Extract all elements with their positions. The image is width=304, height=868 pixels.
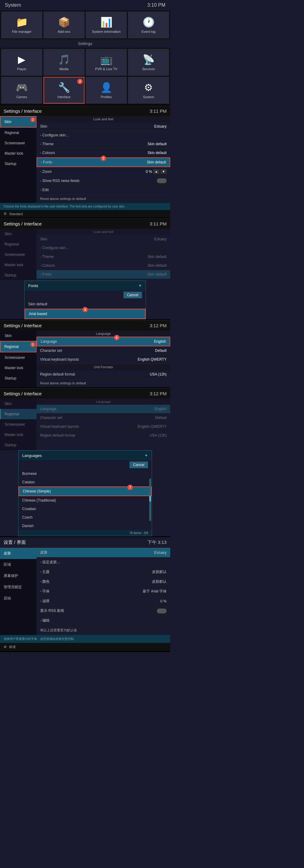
- tile-add-ons[interactable]: 📦 Add-ons: [43, 11, 85, 38]
- scrollbar[interactable]: [149, 478, 151, 521]
- lang-chinese-trad[interactable]: Chinese (Traditional): [19, 496, 152, 505]
- setting-rss-row[interactable]: - Show RSS news feeds: [36, 176, 170, 186]
- settings-label: Settings: [0, 39, 170, 48]
- zoom-controls[interactable]: 0 % ▲ ▼: [146, 169, 167, 174]
- event-log-icon: 🕐: [143, 17, 155, 28]
- tile-media-label: Media: [60, 67, 69, 71]
- lang-count: 76 Items - 2/9: [19, 530, 152, 536]
- tile-player[interactable]: ▶ Player: [1, 49, 42, 76]
- zh-setting-colour[interactable]: - 颜色 皮肤默认: [36, 577, 170, 587]
- sidebar-quyu[interactable]: 区域: [0, 559, 36, 570]
- tile-services[interactable]: 📡 Services: [128, 49, 169, 76]
- sidebar-item-skin[interactable]: Skin 2: [0, 116, 36, 128]
- s3-skin-row: SkinEstuary: [36, 235, 170, 244]
- tile-event-log[interactable]: 🕐 Event log: [128, 11, 169, 38]
- rss-toggle[interactable]: [157, 178, 166, 183]
- setting-zoom-row[interactable]: - Zoom 0 % ▲ ▼: [36, 167, 170, 176]
- tile-system-info[interactable]: 📊 System information: [86, 11, 127, 38]
- sidebar-item-skin-4[interactable]: Skin: [0, 331, 36, 341]
- sidebar-qidong[interactable]: 启动: [0, 593, 36, 604]
- chinese-clock: 下午 3:13: [147, 539, 166, 545]
- sidebar-item-startup-2[interactable]: Startup: [0, 159, 36, 169]
- system-tiles-grid: 📁 File manager 📦 Add-ons 📊 System inform…: [0, 10, 170, 39]
- zoom-up-btn[interactable]: ▲: [153, 169, 159, 174]
- group-title-2: Look and feel: [36, 116, 170, 122]
- sidebar-3: Skin Regional Screensaver Master lock St…: [0, 229, 36, 280]
- clock-3: 3:11 PM: [150, 221, 166, 226]
- setting-skin-row[interactable]: Skin Estuary: [36, 122, 170, 131]
- tile-system-info-label: System information: [92, 30, 120, 33]
- settings-layout-5: Skin Regional Screensaver Master lock St…: [0, 399, 170, 450]
- sidebar-item-masterlock-2[interactable]: Master lock: [0, 148, 36, 159]
- tile-interface[interactable]: 2 🔧 Interface: [43, 77, 85, 103]
- sidebar-item-masterlock-4[interactable]: Master lock: [0, 363, 36, 373]
- zh-setting-theme[interactable]: - 主题 皮肤默认: [36, 567, 170, 577]
- zh-rss-toggle[interactable]: [157, 609, 166, 613]
- sidebar-pifu[interactable]: 皮肤: [0, 548, 36, 559]
- tile-file-manager[interactable]: 📁 File manager: [1, 11, 42, 38]
- lang-chinese-simple[interactable]: Chinese (Simple) 7: [19, 487, 152, 496]
- sidebar-item-screensaver-2[interactable]: Screensaver: [0, 138, 36, 148]
- setting-keyboard-row[interactable]: Virtual keyboard layouts English QWERTY: [36, 355, 170, 364]
- reset-row-4[interactable]: Reset above settings to default: [36, 379, 170, 388]
- sidebar-guanli[interactable]: 管理员锁定: [0, 582, 36, 593]
- sidebar-startup-5: Startup: [0, 440, 36, 450]
- sidebar-pingmu[interactable]: 屏幕保护: [0, 570, 36, 582]
- sidebar-masterlock-5: Master lock: [0, 430, 36, 440]
- panel-fonts-modal: Settings / Interface 3:11 PM Skin Region…: [0, 218, 170, 320]
- zh-setting-pifu[interactable]: 皮肤 Estuary: [36, 548, 170, 558]
- setting-edit-row[interactable]: - Edit: [36, 186, 170, 194]
- zh-setting-edit[interactable]: - 编辑: [36, 616, 170, 625]
- tile-pvr[interactable]: 📺 PVR & Live TV: [86, 49, 127, 76]
- section-header-2: Settings / Interface 3:11 PM: [0, 106, 170, 116]
- setting-language-row[interactable]: Language English 6: [36, 337, 170, 346]
- tile-media[interactable]: 🎵 Media: [43, 49, 85, 76]
- settings-tiles-grid: ▶ Player 🎵 Media 📺 PVR & Live TV 📡 Servi…: [0, 48, 170, 105]
- lang-croatian[interactable]: Croatian: [19, 505, 152, 513]
- sidebar-item-regional-4[interactable]: Regional 5: [0, 341, 36, 352]
- settings-layout-3: Skin Regional Screensaver Master lock St…: [0, 229, 170, 280]
- settings-content-2: Look and feel Skin Estuary - Configure s…: [36, 116, 170, 203]
- scrollbar-thumb[interactable]: [149, 496, 151, 502]
- tile-profiles[interactable]: 👤 Profiles: [86, 77, 127, 103]
- interface-icon: 🔧: [58, 82, 70, 93]
- setting-charset-row[interactable]: Character set Default: [36, 346, 170, 355]
- tile-system[interactable]: ⚙ System: [128, 77, 169, 103]
- clock-1: 3:10 PM: [147, 2, 165, 8]
- sidebar-item-regional-2[interactable]: Regional: [0, 128, 36, 138]
- fonts-cancel-btn[interactable]: Cancel: [123, 292, 142, 298]
- setting-fonts-row[interactable]: - Fonts Skin default 3: [36, 157, 170, 167]
- sidebar-item-startup-4[interactable]: Startup: [0, 373, 36, 383]
- sidebar-item-masterlock-3: Master lock: [0, 260, 36, 270]
- zh-setting-zoom[interactable]: - 滤屏 0 %: [36, 596, 170, 606]
- settings-content-6: 皮肤 Estuary - 设定皮肤... - 主题 皮肤默认 - 颜色 皮肤默认…: [36, 548, 170, 635]
- sidebar-masterlock-label-2: Master lock: [5, 151, 23, 156]
- chinese-top-bar: 设置 / 界面 下午 3:13: [0, 537, 170, 548]
- pvr-icon: 📺: [100, 54, 113, 65]
- sidebar-6: 皮肤 区域 屏幕保护 管理员锁定 启动: [0, 548, 36, 635]
- fonts-item-arial[interactable]: Arial based 4: [25, 309, 146, 319]
- zoom-down-btn[interactable]: ▼: [160, 169, 166, 174]
- tile-games[interactable]: 🎮 Games: [1, 77, 42, 103]
- zh-setting-rss[interactable]: 显示 RSS 新闻: [36, 606, 170, 616]
- lang-czech[interactable]: Czech: [19, 513, 152, 522]
- lang-danish[interactable]: Danish: [19, 522, 152, 530]
- setting-region-format-row[interactable]: Region default format USA (12h): [36, 370, 170, 379]
- reset-row-2[interactable]: Reset above settings to default: [36, 194, 170, 203]
- sidebar-startup-label-2: Startup: [5, 162, 17, 166]
- sidebar-item-screensaver-4[interactable]: Screensaver: [0, 352, 36, 363]
- media-icon: 🎵: [58, 54, 70, 65]
- setting-theme-row[interactable]: - Theme Skin default: [36, 140, 170, 149]
- zh-setting-font[interactable]: - 字体 基于 Arial 字体: [36, 587, 170, 596]
- section-title-3: Settings / Interface: [4, 221, 42, 226]
- setting-configure-row[interactable]: - Configure skin...: [36, 131, 170, 140]
- languages-cancel-btn[interactable]: Cancel: [129, 462, 148, 468]
- zh-reset-row[interactable]: 将以上设置重置为默认值: [36, 625, 170, 635]
- group-title-4: Language: [36, 331, 170, 337]
- zh-setting-configure[interactable]: - 设定皮肤...: [36, 558, 170, 567]
- sidebar-regional-label-2: Regional: [5, 131, 19, 135]
- panel-chinese: 设置 / 界面 下午 3:13 皮肤 区域 屏幕保护 管理员锁定 启动 皮肤 E…: [0, 537, 170, 652]
- sidebar-skin-5: Skin: [0, 399, 36, 409]
- lang-burmese[interactable]: Burmese: [19, 469, 152, 478]
- standard-bar-2: ⚙ Standard: [0, 210, 170, 218]
